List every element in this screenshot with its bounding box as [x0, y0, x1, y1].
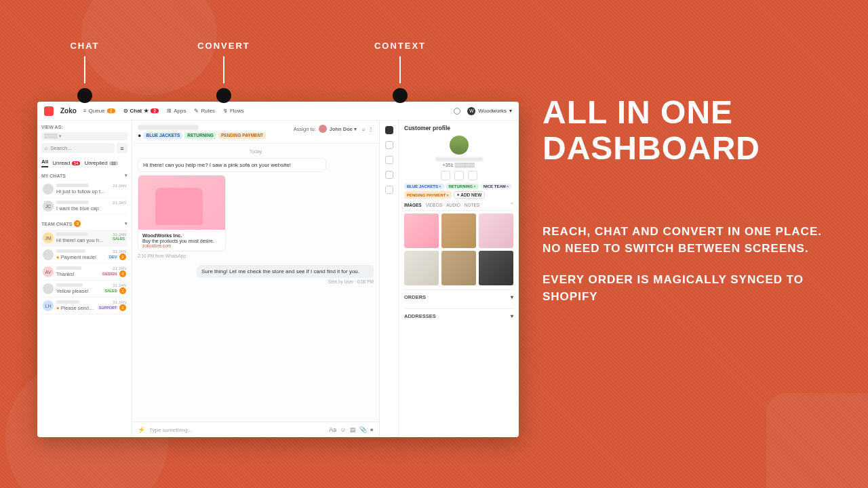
chat-thread: ● BLUE JACKETS RETURNING PENDING PAYMENT…: [132, 121, 380, 437]
profile-tag[interactable]: NICE TEAM ×: [481, 184, 512, 189]
rail-profile-icon[interactable]: [385, 126, 393, 134]
chat-row[interactable]: Hi just to follow up t... 21 JAN: [41, 181, 127, 198]
search-icon[interactable]: ⌕: [362, 126, 366, 132]
callout-chat: CHAT: [37, 41, 132, 89]
view-as-label: VIEW AS:: [41, 125, 127, 129]
rail-chat-icon[interactable]: [385, 186, 393, 194]
callout-convert: CONVERT: [132, 41, 315, 89]
assignee-avatar-icon: [319, 125, 327, 133]
context-panel: Customer profile +351 ▒▒▒▒▒▒ BLUE JACKET…: [380, 121, 519, 437]
attachment-icon[interactable]: 📎: [359, 426, 367, 433]
media-tab-images[interactable]: IMAGES: [404, 203, 422, 208]
logo-icon: [44, 106, 54, 116]
chat-row[interactable]: ● Payment made! 31 JANDEV 2: [41, 247, 127, 264]
add-tag-button[interactable]: + ADD NEW: [454, 191, 485, 199]
assignee-select[interactable]: John Doe ▾: [330, 126, 357, 132]
decorative-blob: [766, 393, 868, 488]
search-input[interactable]: ⌕ Search...: [41, 143, 115, 153]
chat-row[interactable]: JC I want the blue cap 21 JAN: [41, 198, 127, 215]
timestamp: 2:10 PM from WhatsApp: [138, 253, 374, 258]
text-format-icon[interactable]: Aa: [329, 426, 336, 433]
nav-apps[interactable]: ⊞ Apps: [167, 108, 186, 114]
media-thumb[interactable]: [404, 251, 439, 285]
filter-button[interactable]: ≡: [117, 143, 127, 153]
account-menu[interactable]: W Woodworks ▾: [467, 107, 512, 115]
contact-name-blurred: [138, 125, 199, 130]
notifications-icon[interactable]: [454, 108, 460, 115]
sent-by-label: Sent by User · 0:00 PM: [138, 279, 374, 284]
rail-calendar-icon[interactable]: [385, 171, 393, 179]
search-icon: ⌕: [45, 145, 48, 151]
app-window: Zoko ≡ Queue 2 ⊙ Chat ★ 2 ⊞ Apps ✎ Rules…: [37, 102, 519, 437]
quick-reply-icon[interactable]: ⚡: [138, 426, 145, 433]
tab-unreplied[interactable]: Unreplied 32: [84, 160, 117, 166]
media-thumb[interactable]: [479, 251, 513, 285]
brand-name: Zoko: [60, 107, 77, 115]
media-grid: [404, 214, 513, 285]
tag[interactable]: BLUE JACKETS: [143, 132, 182, 139]
chat-sidebar: VIEW AS: ▒▒▒▒ ▾ ⌕ Search... ≡ All Unread…: [37, 121, 132, 437]
incoming-message: Hi there! can you help me? I saw a pink …: [138, 158, 326, 172]
emoji-icon[interactable]: ☺: [340, 426, 346, 433]
addresses-accordion[interactable]: ADDRESSES▾: [404, 308, 513, 323]
day-divider: Today: [138, 149, 374, 154]
product-link[interactable]: zokostore.com: [142, 243, 171, 248]
nav-queue[interactable]: ≡ Queue 2: [83, 108, 115, 114]
headline: ALL IN ONE DASHBOARD: [542, 95, 841, 167]
media-tab-notes[interactable]: NOTES: [465, 203, 479, 208]
message-composer[interactable]: ⚡ Type something... Aa ☺ ▤ 📎 ●: [132, 422, 379, 437]
nav-flows[interactable]: ↯ Flows: [223, 108, 244, 114]
rail-cart-icon[interactable]: [385, 141, 393, 149]
customer-avatar: [450, 136, 469, 155]
export-icon[interactable]: [454, 171, 464, 180]
chat-row[interactable]: Yellow please! 31 JANSALES 1: [41, 281, 127, 298]
chat-row[interactable]: JM Hi there! can you h... 31 JANSALES: [41, 230, 127, 247]
media-tab-audio[interactable]: AUDIO: [446, 203, 460, 208]
nav-chat[interactable]: ⊙ Chat ★ 2: [123, 108, 159, 114]
collapse-icon[interactable]: ˄: [511, 203, 513, 208]
media-thumb[interactable]: [479, 214, 513, 248]
profile-title: Customer profile: [404, 125, 513, 131]
customer-name-blurred: [435, 157, 483, 161]
rail-box-icon[interactable]: [385, 156, 393, 164]
sub-copy: REACH, CHAT AND CONVERT IN ONE PLACE. NO…: [542, 224, 841, 321]
profile-tag[interactable]: RETURNING ×: [446, 184, 479, 189]
profile-tag[interactable]: PENDING PAYMENT ×: [404, 191, 452, 199]
section-my-chats[interactable]: MY CHATS ▾: [41, 173, 127, 178]
product-card[interactable]: WoodWorks Inc. Buy the products you most…: [138, 175, 226, 251]
chat-row[interactable]: AV Thanks! 21 JANDESIGN 3: [41, 264, 127, 281]
customer-phone: +351 ▒▒▒▒▒▒: [404, 163, 513, 167]
media-thumb[interactable]: [441, 214, 476, 248]
orders-accordion[interactable]: ORDERS▾: [404, 289, 513, 304]
share-icon[interactable]: [441, 171, 450, 180]
profile-tag[interactable]: BLUE JACKETS ×: [404, 184, 444, 189]
edit-icon[interactable]: [468, 171, 477, 180]
media-tab-videos[interactable]: VIDEOS: [426, 203, 443, 208]
media-thumb[interactable]: [404, 214, 439, 248]
section-team-chats[interactable]: TEAM CHATS 2 ▾: [41, 220, 127, 227]
tag[interactable]: PENDING PAYMENT: [218, 132, 266, 139]
mic-icon[interactable]: ●: [370, 426, 374, 433]
outgoing-message: Sure thing! Let me check the store and s…: [197, 265, 374, 278]
tag[interactable]: RETURNING: [184, 132, 216, 139]
top-bar: Zoko ≡ Queue 2 ⊙ Chat ★ 2 ⊞ Apps ✎ Rules…: [37, 102, 519, 121]
tab-all[interactable]: All: [41, 159, 48, 167]
more-icon[interactable]: ⋮: [368, 126, 374, 132]
callout-context: CONTEXT: [315, 41, 485, 89]
template-icon[interactable]: ▤: [350, 426, 356, 433]
nav-rules[interactable]: ✎ Rules: [194, 108, 214, 114]
media-thumb[interactable]: [441, 251, 476, 285]
chat-row[interactable]: LH ● Please send me t... 31 JANSUPPORT 1: [41, 298, 127, 314]
view-as-select[interactable]: ▒▒▒▒ ▾: [41, 132, 127, 140]
avatar-icon: W: [467, 107, 475, 115]
tab-unread[interactable]: Unread 54: [52, 160, 80, 166]
